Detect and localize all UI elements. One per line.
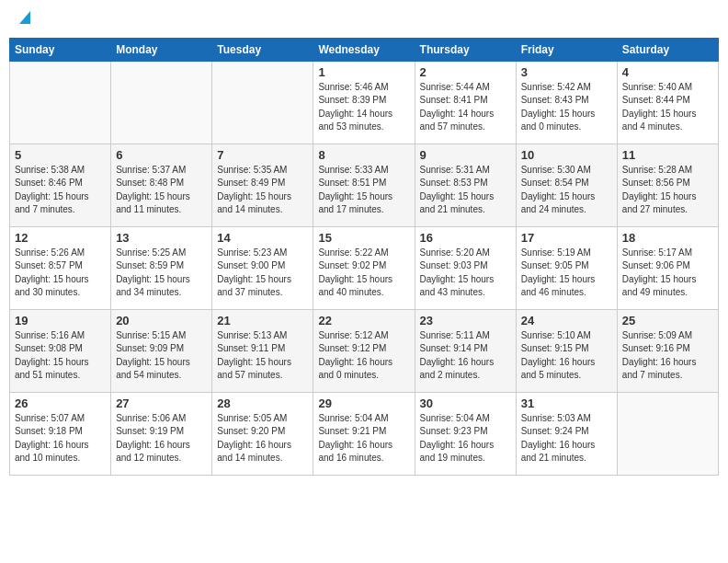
weekday-header: Sunday: [10, 38, 111, 61]
calendar-cell: 7Sunrise: 5:35 AM Sunset: 8:49 PM Daylig…: [212, 144, 313, 226]
calendar-cell: 25Sunrise: 5:09 AM Sunset: 9:16 PM Dayli…: [617, 309, 718, 392]
day-number: 1: [318, 65, 409, 79]
calendar-week-row: 1Sunrise: 5:46 AM Sunset: 8:39 PM Daylig…: [10, 61, 719, 144]
calendar-cell: 11Sunrise: 5:28 AM Sunset: 8:56 PM Dayli…: [617, 144, 718, 226]
calendar-cell: [212, 61, 313, 144]
day-info: Sunrise: 5:13 AM Sunset: 9:11 PM Dayligh…: [217, 329, 308, 383]
day-info: Sunrise: 5:03 AM Sunset: 9:24 PM Dayligh…: [521, 412, 612, 465]
day-info: Sunrise: 5:40 AM Sunset: 8:44 PM Dayligh…: [622, 81, 713, 134]
day-number: 23: [420, 314, 511, 327]
weekday-header: Saturday: [617, 38, 718, 61]
svg-marker-0: [19, 11, 30, 24]
calendar-cell: 19Sunrise: 5:16 AM Sunset: 9:08 PM Dayli…: [10, 309, 111, 392]
day-info: Sunrise: 5:38 AM Sunset: 8:46 PM Dayligh…: [15, 164, 106, 217]
calendar-cell: [617, 392, 718, 475]
calendar-cell: [111, 61, 212, 144]
weekday-header: Friday: [516, 38, 617, 61]
weekday-header: Thursday: [415, 38, 516, 61]
day-info: Sunrise: 5:46 AM Sunset: 8:39 PM Dayligh…: [318, 81, 409, 134]
calendar-week-row: 12Sunrise: 5:26 AM Sunset: 8:57 PM Dayli…: [10, 226, 719, 309]
calendar-table: SundayMondayTuesdayWednesdayThursdayFrid…: [9, 38, 719, 476]
calendar-cell: 27Sunrise: 5:06 AM Sunset: 9:19 PM Dayli…: [111, 392, 212, 475]
weekday-header: Wednesday: [313, 38, 415, 61]
day-number: 16: [420, 231, 511, 245]
day-info: Sunrise: 5:04 AM Sunset: 9:21 PM Dayligh…: [318, 412, 409, 465]
day-number: 12: [15, 231, 106, 245]
day-number: 5: [15, 148, 106, 162]
day-number: 31: [521, 396, 612, 410]
day-info: Sunrise: 5:31 AM Sunset: 8:53 PM Dayligh…: [420, 164, 511, 217]
calendar-cell: 21Sunrise: 5:13 AM Sunset: 9:11 PM Dayli…: [212, 309, 313, 392]
calendar-cell: 13Sunrise: 5:25 AM Sunset: 8:59 PM Dayli…: [111, 226, 212, 309]
day-info: Sunrise: 5:09 AM Sunset: 9:16 PM Dayligh…: [622, 329, 713, 383]
day-info: Sunrise: 5:22 AM Sunset: 9:02 PM Dayligh…: [318, 247, 409, 300]
calendar-cell: 3Sunrise: 5:42 AM Sunset: 8:43 PM Daylig…: [516, 61, 617, 144]
day-info: Sunrise: 5:42 AM Sunset: 8:43 PM Dayligh…: [521, 81, 612, 134]
logo: [13, 9, 30, 30]
calendar-cell: 26Sunrise: 5:07 AM Sunset: 9:18 PM Dayli…: [10, 392, 111, 475]
day-number: 29: [318, 396, 409, 410]
day-number: 20: [116, 314, 207, 327]
calendar-cell: 17Sunrise: 5:19 AM Sunset: 9:05 PM Dayli…: [516, 226, 617, 309]
day-info: Sunrise: 5:16 AM Sunset: 9:08 PM Dayligh…: [15, 329, 106, 383]
day-number: 27: [116, 396, 207, 410]
calendar-cell: 20Sunrise: 5:15 AM Sunset: 9:09 PM Dayli…: [111, 309, 212, 392]
calendar-cell: 12Sunrise: 5:26 AM Sunset: 8:57 PM Dayli…: [10, 226, 111, 309]
day-number: 11: [622, 148, 713, 162]
day-info: Sunrise: 5:35 AM Sunset: 8:49 PM Dayligh…: [217, 164, 308, 217]
day-info: Sunrise: 5:44 AM Sunset: 8:41 PM Dayligh…: [420, 81, 511, 134]
day-number: 19: [15, 314, 106, 327]
calendar-cell: 6Sunrise: 5:37 AM Sunset: 8:48 PM Daylig…: [111, 144, 212, 226]
day-info: Sunrise: 5:05 AM Sunset: 9:20 PM Dayligh…: [217, 412, 308, 465]
day-info: Sunrise: 5:30 AM Sunset: 8:54 PM Dayligh…: [521, 164, 612, 217]
calendar-week-row: 26Sunrise: 5:07 AM Sunset: 9:18 PM Dayli…: [10, 392, 719, 475]
calendar-cell: 30Sunrise: 5:04 AM Sunset: 9:23 PM Dayli…: [415, 392, 516, 475]
calendar-cell: 23Sunrise: 5:11 AM Sunset: 9:14 PM Dayli…: [415, 309, 516, 392]
day-number: 2: [420, 65, 511, 79]
day-number: 8: [318, 148, 409, 162]
calendar-cell: 15Sunrise: 5:22 AM Sunset: 9:02 PM Dayli…: [313, 226, 415, 309]
day-number: 14: [217, 231, 308, 245]
calendar-cell: 8Sunrise: 5:33 AM Sunset: 8:51 PM Daylig…: [313, 144, 415, 226]
day-number: 10: [521, 148, 612, 162]
calendar-cell: 24Sunrise: 5:10 AM Sunset: 9:15 PM Dayli…: [516, 309, 617, 392]
day-number: 26: [15, 396, 106, 410]
day-number: 7: [217, 148, 308, 162]
day-number: 30: [420, 396, 511, 410]
day-info: Sunrise: 5:37 AM Sunset: 8:48 PM Dayligh…: [116, 164, 207, 217]
calendar-cell: 4Sunrise: 5:40 AM Sunset: 8:44 PM Daylig…: [617, 61, 718, 144]
weekday-header: Monday: [111, 38, 212, 61]
day-info: Sunrise: 5:19 AM Sunset: 9:05 PM Dayligh…: [521, 247, 612, 300]
day-number: 15: [318, 231, 409, 245]
day-number: 28: [217, 396, 308, 410]
day-number: 24: [521, 314, 612, 327]
day-number: 9: [420, 148, 511, 162]
day-info: Sunrise: 5:12 AM Sunset: 9:12 PM Dayligh…: [318, 329, 409, 383]
day-info: Sunrise: 5:06 AM Sunset: 9:19 PM Dayligh…: [116, 412, 207, 465]
day-info: Sunrise: 5:25 AM Sunset: 8:59 PM Dayligh…: [116, 247, 207, 300]
day-info: Sunrise: 5:10 AM Sunset: 9:15 PM Dayligh…: [521, 329, 612, 383]
calendar-cell: 14Sunrise: 5:23 AM Sunset: 9:00 PM Dayli…: [212, 226, 313, 309]
day-number: 17: [521, 231, 612, 245]
calendar-cell: 16Sunrise: 5:20 AM Sunset: 9:03 PM Dayli…: [415, 226, 516, 309]
day-info: Sunrise: 5:28 AM Sunset: 8:56 PM Dayligh…: [622, 164, 713, 217]
calendar-week-row: 19Sunrise: 5:16 AM Sunset: 9:08 PM Dayli…: [10, 309, 719, 392]
calendar-cell: 10Sunrise: 5:30 AM Sunset: 8:54 PM Dayli…: [516, 144, 617, 226]
day-number: 13: [116, 231, 207, 245]
day-info: Sunrise: 5:20 AM Sunset: 9:03 PM Dayligh…: [420, 247, 511, 300]
day-info: Sunrise: 5:04 AM Sunset: 9:23 PM Dayligh…: [420, 412, 511, 465]
calendar-cell: 5Sunrise: 5:38 AM Sunset: 8:46 PM Daylig…: [10, 144, 111, 226]
day-info: Sunrise: 5:15 AM Sunset: 9:09 PM Dayligh…: [116, 329, 207, 383]
calendar-cell: 31Sunrise: 5:03 AM Sunset: 9:24 PM Dayli…: [516, 392, 617, 475]
day-number: 18: [622, 231, 713, 245]
day-info: Sunrise: 5:26 AM Sunset: 8:57 PM Dayligh…: [15, 247, 106, 300]
day-info: Sunrise: 5:23 AM Sunset: 9:00 PM Dayligh…: [217, 247, 308, 300]
calendar-cell: 9Sunrise: 5:31 AM Sunset: 8:53 PM Daylig…: [415, 144, 516, 226]
weekday-header: Tuesday: [212, 38, 313, 61]
calendar-cell: 18Sunrise: 5:17 AM Sunset: 9:06 PM Dayli…: [617, 226, 718, 309]
day-info: Sunrise: 5:11 AM Sunset: 9:14 PM Dayligh…: [420, 329, 511, 383]
calendar-cell: 2Sunrise: 5:44 AM Sunset: 8:41 PM Daylig…: [415, 61, 516, 144]
page-header: [9, 9, 719, 30]
calendar-cell: 1Sunrise: 5:46 AM Sunset: 8:39 PM Daylig…: [313, 61, 415, 144]
day-number: 3: [521, 65, 612, 79]
